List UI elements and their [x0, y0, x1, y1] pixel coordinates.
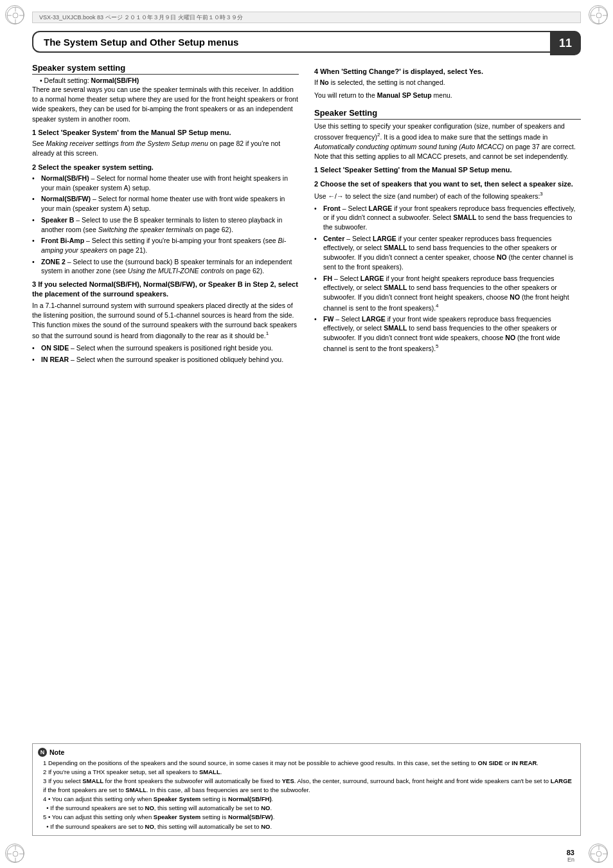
note-item-5b: • If the surround speakers are set to NO…: [38, 822, 575, 831]
chapter-badge: 11: [550, 31, 581, 55]
step3-text: In a 7.1-channel surround system with su…: [32, 301, 299, 341]
step3-heading: 3 If you selected Normal(SB/FH), Normal(…: [32, 280, 299, 300]
bullet-on-side: • ON SIDE – Select when the surround spe…: [32, 343, 299, 353]
title-strip: The System Setup and Other Setup menus 1…: [32, 31, 581, 53]
note-item-4b: • If the surround speakers are set to NO…: [38, 804, 575, 812]
page-number: 83: [567, 849, 574, 856]
svg-point-19: [596, 851, 601, 856]
note-icon: N: [38, 748, 47, 757]
bullet-center: • Center – Select LARGE if your center s…: [314, 234, 581, 272]
speaker-setting-intro: Use this setting to specify your speaker…: [314, 122, 581, 161]
corner-decoration-br: [589, 844, 608, 863]
page-title: The System Setup and Other Setup menus: [44, 37, 238, 48]
svg-point-13: [13, 851, 18, 856]
page-lang: En: [567, 856, 574, 863]
step2-arrows-text: Use ←/→ to select the size (and number) …: [314, 190, 581, 201]
note-header: N Note: [38, 748, 575, 757]
bullet-in-rear: • IN REAR – Select when the surround spe…: [32, 355, 299, 365]
note-item-4a: 4 • You can adjust this setting only whe…: [38, 795, 575, 803]
left-column: Speaker system setting • Default setting…: [32, 63, 299, 842]
corner-decoration-bl: [5, 844, 24, 863]
speaker-setting-step2-heading: 2 Choose the set of speakers that you wa…: [314, 179, 581, 189]
note-item-2: 2 If you're using a THX speaker setup, s…: [38, 768, 575, 776]
corner-decoration-tl: [5, 5, 24, 24]
step1-heading: 1 Select 'Speaker System' from the Manua…: [32, 128, 299, 138]
speaker-setting-step1-heading: 1 Select 'Speaker Setting' from the Manu…: [314, 165, 581, 175]
default-setting-bullet: • Default setting: Normal(SB/FH): [40, 77, 299, 84]
section-speaker-system: Speaker system setting • Default setting…: [32, 63, 299, 366]
svg-point-1: [13, 13, 18, 18]
step4-text2: You will return to the Manual SP Setup m…: [314, 91, 581, 100]
bullet-speaker-b: • Speaker B – Select to use the B speake…: [32, 215, 299, 234]
right-column: 4 When 'Setting Change?' is displayed, s…: [314, 63, 581, 842]
bullet-fw: • FW – Select LARGE if your front wide s…: [314, 314, 581, 353]
step4-block: 4 When 'Setting Change?' is displayed, s…: [314, 63, 581, 103]
note-label: Note: [49, 748, 64, 756]
corner-decoration-tr: [589, 5, 608, 24]
note-section: N Note 1 Depending on the positions of t…: [32, 743, 581, 836]
bullet-normal-sb-fw: • Normal(SB/FW) – Select for normal home…: [32, 194, 299, 213]
step4-text1: If No is selected, the setting is not ch…: [314, 78, 581, 87]
bullet-front-bi-amp: • Front Bi-Amp – Select this setting if …: [32, 236, 299, 255]
note-item-5a: 5 • You can adjust this setting only whe…: [38, 813, 575, 821]
bullet-front: • Front – Select LARGE if your front spe…: [314, 204, 581, 232]
note-item-3: 3 If you select SMALL for the front spea…: [38, 777, 575, 794]
intro-text: There are several ways you can use the s…: [32, 85, 299, 124]
header-bar: VSX-33_UXJCB.book 83 ページ ２０１０年３月９日 火曜日 午…: [32, 12, 581, 23]
section-speaker-setting: Speaker Setting Use this setting to spec…: [314, 108, 581, 355]
note-item-1: 1 Depending on the positions of the spea…: [38, 759, 575, 767]
section-speaker-system-title: Speaker system setting: [32, 63, 299, 75]
section-speaker-setting-title: Speaker Setting: [314, 108, 581, 120]
bullet-fh: • FH – Select LARGE if your front height…: [314, 274, 581, 312]
step2-heading: 2 Select the speaker system setting.: [32, 163, 299, 172]
step4-heading: 4 When 'Setting Change?' is displayed, s…: [314, 67, 581, 77]
svg-point-7: [596, 13, 601, 18]
header-text: VSX-33_UXJCB.book 83 ページ ２０１０年３月９日 火曜日 午…: [39, 14, 243, 22]
bullet-normal-sb-fh: • Normal(SB/FH) – Select for normal home…: [32, 174, 299, 192]
content-area: Speaker system setting • Default setting…: [32, 63, 581, 842]
step1-text: See Making receiver settings from the Sy…: [32, 139, 299, 158]
bullet-zone-2: • ZONE 2 – Select to use the (surround b…: [32, 257, 299, 276]
